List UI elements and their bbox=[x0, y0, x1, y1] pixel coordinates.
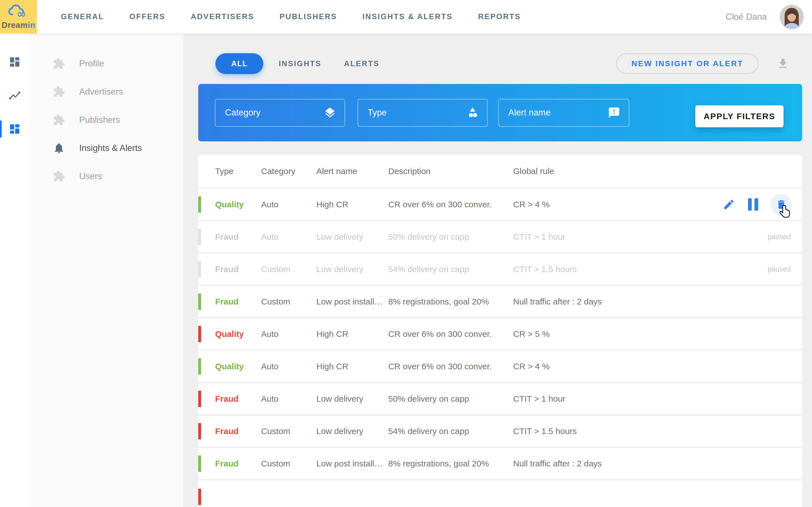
feedback-icon bbox=[608, 107, 620, 119]
trend-line-icon[interactable] bbox=[8, 89, 21, 102]
alert-name-filter-label: Alert name bbox=[508, 108, 551, 118]
avatar[interactable] bbox=[779, 5, 804, 29]
main-nav: GENERALOFFERSADVERTISERSPUBLISHERSINSIGH… bbox=[61, 12, 521, 21]
sidebar-item-publishers[interactable]: Publishers bbox=[29, 106, 183, 134]
alerts-table-card: TypeCategoryAlert nameDescriptionGlobal … bbox=[198, 155, 802, 507]
sidebar: ProfileAdvertisersPublishersInsights & A… bbox=[29, 34, 183, 507]
puzzle-icon bbox=[53, 114, 65, 126]
tab-insights[interactable]: INSIGHTS bbox=[271, 59, 329, 68]
cell-category: Auto bbox=[261, 232, 316, 242]
tabs: ALLINSIGHTSALERTS bbox=[215, 53, 387, 74]
table-row: QualityAutoHigh CRCR over 6% on 300 conv… bbox=[198, 351, 802, 383]
edit-icon[interactable] bbox=[722, 198, 735, 211]
cell-alert-name: High CR bbox=[316, 362, 388, 371]
table-row: FraudCustomLow post install…8% registrat… bbox=[198, 286, 802, 319]
row-accent-bar bbox=[198, 261, 201, 277]
row-accent-bar bbox=[198, 358, 201, 375]
svg-text:∞: ∞ bbox=[16, 7, 26, 19]
cell-type: Fraud bbox=[215, 394, 261, 404]
table-row: FraudCustomLow delivery54% delivery on c… bbox=[198, 416, 802, 448]
bell-icon bbox=[53, 142, 65, 154]
sidebar-item-advertisers[interactable]: Advertisers bbox=[29, 78, 183, 106]
sidebar-item-users[interactable]: Users bbox=[29, 162, 183, 190]
table-row: FraudCustomLow delivery54% delivery on c… bbox=[198, 254, 802, 286]
nav-item-general[interactable]: GENERAL bbox=[61, 12, 104, 21]
cell-global-rule: CTIT > 1 hour bbox=[513, 232, 768, 242]
category-filter-select[interactable]: Category bbox=[215, 99, 345, 127]
top-bar: ∞ Dreamin GENERALOFFERSADVERTISERSPUBLIS… bbox=[0, 0, 812, 34]
cell-description: 8% registrations, goal 20% bbox=[388, 459, 513, 468]
cell-alert-name: Low post install… bbox=[316, 459, 388, 468]
column-header-alert-name: Alert name bbox=[316, 166, 388, 176]
table-header-row: TypeCategoryAlert nameDescriptionGlobal … bbox=[198, 155, 802, 189]
table-row bbox=[198, 481, 802, 507]
pause-icon[interactable] bbox=[746, 198, 760, 211]
cell-global-rule: CTIT > 1.5 hours bbox=[513, 427, 802, 436]
table-row: QualityAutoHigh CRCR over 6% on 300 conv… bbox=[198, 189, 802, 221]
cell-description: CR over 6% on 300 conver. bbox=[388, 200, 513, 209]
brand-logo[interactable]: ∞ Dreamin bbox=[0, 0, 37, 34]
nav-item-offers[interactable]: OFFERS bbox=[130, 12, 165, 21]
cell-description: CR over 6% on 300 conver. bbox=[388, 329, 513, 339]
nav-item-publishers[interactable]: PUBLISHERS bbox=[280, 12, 337, 21]
cell-alert-name: High CR bbox=[316, 329, 388, 339]
cell-alert-name: Low delivery bbox=[316, 232, 388, 242]
table-row: FraudCustomLow post install…8% registrat… bbox=[198, 448, 802, 481]
mouse-cursor-pointer bbox=[779, 205, 792, 221]
apply-filters-button[interactable]: APPLY FILTERS bbox=[695, 105, 783, 127]
row-accent-bar bbox=[198, 326, 201, 342]
cell-global-rule: CR > 5 % bbox=[513, 329, 802, 339]
dashboard-grid-icon[interactable] bbox=[8, 56, 21, 68]
row-accent-bar bbox=[198, 423, 201, 439]
cell-category: Auto bbox=[261, 329, 316, 339]
nav-item-insights-alerts[interactable]: INSIGHTS & ALERTS bbox=[363, 12, 453, 21]
download-icon[interactable] bbox=[776, 57, 790, 70]
puzzle-icon bbox=[53, 86, 65, 98]
row-actions bbox=[722, 194, 792, 215]
sidebar-item-label: Insights & Alerts bbox=[79, 143, 142, 153]
cell-type: Fraud bbox=[215, 297, 261, 306]
tab-alerts[interactable]: ALERTS bbox=[337, 59, 387, 68]
sidebar-item-profile[interactable]: Profile bbox=[29, 50, 183, 78]
cell-alert-name: High CR bbox=[316, 200, 388, 209]
row-accent-bar bbox=[198, 293, 201, 310]
filter-bar: Category Type Alert name bbox=[198, 84, 802, 142]
category-filter-label: Category bbox=[225, 108, 260, 118]
cell-global-rule: CTIT > 1 hour bbox=[513, 394, 802, 404]
puzzle-icon bbox=[53, 170, 65, 182]
cell-alert-name: Low post install… bbox=[316, 297, 388, 306]
cell-category: Custom bbox=[261, 427, 316, 436]
cell-type: Fraud bbox=[215, 265, 261, 274]
rail-active-indicator bbox=[0, 121, 2, 137]
nav-item-reports[interactable]: REPORTS bbox=[478, 12, 521, 21]
main-content: ALLINSIGHTSALERTS NEW INSIGHT OR ALERT C… bbox=[183, 34, 812, 507]
cell-alert-name: Low delivery bbox=[316, 427, 388, 436]
user-name: Cloé Dana bbox=[726, 12, 767, 22]
tab-all[interactable]: ALL bbox=[215, 53, 263, 74]
nav-item-advertisers[interactable]: ADVERTISERS bbox=[191, 12, 254, 21]
cell-global-rule: CR > 4 % bbox=[513, 362, 802, 371]
cell-type: Fraud bbox=[215, 427, 261, 436]
sidebar-item-label: Advertisers bbox=[79, 87, 123, 97]
table-body: QualityAutoHigh CRCR over 6% on 300 conv… bbox=[198, 189, 802, 507]
cell-global-rule: Null traffic after : 2 days bbox=[513, 297, 802, 306]
column-header-description: Description bbox=[388, 166, 513, 176]
sidebar-item-label: Users bbox=[79, 171, 102, 181]
icon-rail bbox=[0, 34, 29, 507]
cell-category: Auto bbox=[261, 362, 316, 371]
delete-icon[interactable] bbox=[770, 194, 792, 215]
column-header-type: Type bbox=[215, 166, 261, 176]
sidebar-item-insights-alerts[interactable]: Insights & Alerts bbox=[29, 134, 183, 162]
apps-grid-icon[interactable] bbox=[8, 123, 21, 135]
row-accent-bar bbox=[198, 229, 201, 245]
alert-name-filter-select[interactable]: Alert name bbox=[498, 99, 629, 127]
cell-alert-name: Low delivery bbox=[316, 265, 388, 274]
type-filter-select[interactable]: Type bbox=[357, 99, 488, 127]
type-filter-label: Type bbox=[368, 108, 387, 118]
row-accent-bar bbox=[198, 489, 201, 505]
sidebar-item-label: Profile bbox=[79, 59, 104, 69]
sidebar-item-label: Publishers bbox=[79, 115, 120, 125]
cell-type: Quality bbox=[215, 329, 261, 339]
row-accent-bar bbox=[198, 455, 201, 472]
new-insight-or-alert-button[interactable]: NEW INSIGHT OR ALERT bbox=[616, 54, 758, 74]
